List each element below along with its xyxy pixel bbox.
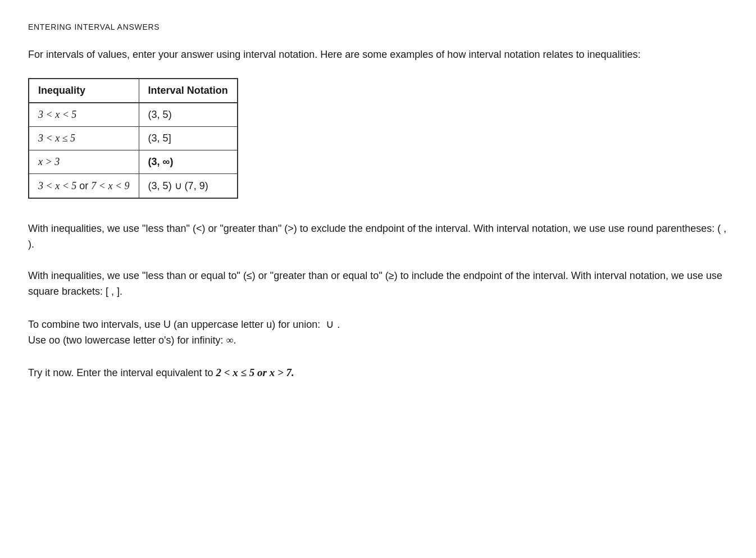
table-row: 3 < x < 5 (3, 5) xyxy=(29,103,238,127)
intro-paragraph: For intervals of values, enter your answ… xyxy=(28,47,728,62)
interval-cell-1: (3, 5) xyxy=(139,103,238,127)
table-container: Inequality Interval Notation 3 < x < 5 (… xyxy=(28,78,728,199)
paragraph-2: With inequalities, we use "less than or … xyxy=(28,268,728,300)
table-row: 3 < x < 5 or 7 < x < 9 (3, 5) ∪ (7, 9) xyxy=(29,174,238,199)
table-row: x > 3 (3, ∞) xyxy=(29,150,238,174)
interval-cell-4: (3, 5) ∪ (7, 9) xyxy=(139,174,238,199)
interval-cell-3: (3, ∞) xyxy=(139,150,238,174)
paragraph-3-line1: To combine two intervals, use U (an uppe… xyxy=(28,315,728,333)
paragraph-3-line2: Use oo (two lowercase letter o's) for in… xyxy=(28,333,728,349)
table-header-row: Inequality Interval Notation xyxy=(29,79,238,103)
inequality-cell-2: 3 < x ≤ 5 xyxy=(29,127,139,150)
inequality-cell-3: x > 3 xyxy=(29,150,139,174)
interval-table: Inequality Interval Notation 3 < x < 5 (… xyxy=(28,78,238,199)
table-row: 3 < x ≤ 5 (3, 5] xyxy=(29,127,238,150)
inequality-cell-1: 3 < x < 5 xyxy=(29,103,139,127)
try-it-text: Try it now. Enter the interval equivalen… xyxy=(28,364,728,381)
inequality-cell-4: 3 < x < 5 or 7 < x < 9 xyxy=(29,174,139,199)
col-inequality-header: Inequality xyxy=(29,79,139,103)
interval-cell-2: (3, 5] xyxy=(139,127,238,150)
col-interval-header: Interval Notation xyxy=(139,79,238,103)
page-title: ENTERING INTERVAL ANSWERS xyxy=(28,22,728,31)
paragraph-1: With inequalities, we use "less than" (<… xyxy=(28,221,728,253)
